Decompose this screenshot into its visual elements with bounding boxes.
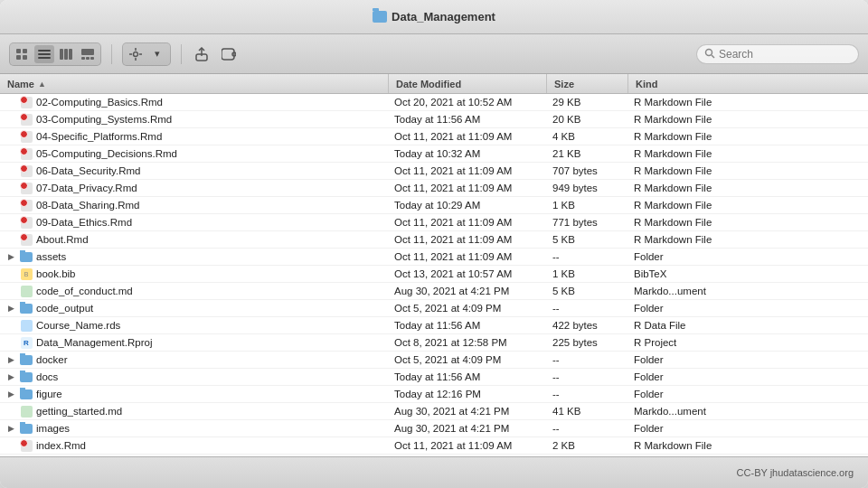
search-icon: [704, 48, 715, 61]
file-name: 09-Data_Ethics.Rmd: [36, 217, 132, 228]
status-bar: CC-BY jhudatascience.org: [0, 456, 868, 488]
cell-date: Oct 11, 2021 at 11:09 AM: [389, 183, 547, 193]
table-row[interactable]: 03-Computing_Systems.Rmd Today at 11:56 …: [0, 111, 868, 128]
cell-date: Oct 5, 2021 at 4:09 PM: [389, 354, 547, 365]
column-view-btn[interactable]: [56, 45, 76, 63]
table-row[interactable]: B book.bib Oct 13, 2021 at 10:57 AM 1 KB…: [0, 266, 868, 283]
md-icon: [20, 405, 33, 418]
table-row[interactable]: ▶ images Aug 30, 2021 at 4:21 PM -- Fold…: [0, 420, 868, 437]
table-row[interactable]: index.Rmd Oct 11, 2021 at 11:09 AM 2 KB …: [0, 437, 868, 455]
table-row[interactable]: ▶ docker Oct 5, 2021 at 4:09 PM -- Folde…: [0, 352, 868, 369]
cell-name: 09-Data_Ethics.Rmd: [0, 216, 389, 229]
svg-rect-10: [81, 49, 94, 55]
tags-btn[interactable]: [219, 45, 239, 63]
search-input[interactable]: [719, 48, 851, 61]
expand-arrow[interactable]: ▶: [5, 423, 16, 434]
cell-name: Data_Management.Rproj: [0, 336, 389, 349]
svg-rect-11: [81, 57, 85, 60]
svg-point-22: [706, 49, 712, 55]
header-kind[interactable]: Kind: [628, 74, 868, 93]
gallery-view-btn[interactable]: [78, 45, 98, 63]
svg-rect-7: [60, 49, 63, 60]
header-size[interactable]: Size: [547, 74, 628, 93]
cell-kind: Markdo...ument: [628, 406, 868, 417]
cell-date: Oct 11, 2021 at 11:09 AM: [389, 251, 547, 262]
expand-arrow[interactable]: ▶: [5, 251, 16, 262]
table-row[interactable]: 04-Specific_Platforms.Rmd Oct 11, 2021 a…: [0, 128, 868, 145]
table-row[interactable]: 07-Data_Privacy.Rmd Oct 11, 2021 at 11:0…: [0, 180, 868, 197]
cell-date: Today at 11:56 AM: [389, 371, 547, 382]
rmd-icon: [20, 164, 33, 177]
table-row[interactable]: getting_started.md Aug 30, 2021 at 4:21 …: [0, 403, 868, 420]
expand-arrow[interactable]: ▶: [5, 354, 16, 365]
folder-icon: [20, 302, 33, 314]
cell-size: 1 KB: [547, 200, 628, 211]
svg-rect-8: [64, 49, 68, 60]
file-name: code_of_conduct.md: [36, 286, 133, 296]
table-row[interactable]: 02-Computing_Basics.Rmd Oct 20, 2021 at …: [0, 94, 868, 111]
table-row[interactable]: Data_Management.Rproj Oct 8, 2021 at 12:…: [0, 334, 868, 352]
table-row[interactable]: 08-Data_Sharing.Rmd Today at 10:29 AM 1 …: [0, 197, 868, 214]
table-row[interactable]: 06-Data_Security.Rmd Oct 11, 2021 at 11:…: [0, 163, 868, 180]
cell-date: Oct 13, 2021 at 10:57 AM: [389, 268, 547, 279]
folder-icon: [20, 353, 33, 366]
cell-size: 21 KB: [547, 148, 628, 159]
table-row[interactable]: About.Rmd Oct 11, 2021 at 11:09 AM 5 KB …: [0, 231, 868, 249]
cell-kind: R Markdown File: [628, 200, 868, 211]
file-name: code_output: [36, 303, 93, 314]
header-date[interactable]: Date Modified: [389, 74, 547, 93]
cell-date: Oct 11, 2021 at 11:09 AM: [389, 131, 547, 142]
table-row[interactable]: 05-Computing_Decisions.Rmd Today at 10:3…: [0, 145, 868, 163]
file-name: figure: [36, 389, 62, 399]
header-name[interactable]: Name ▲: [0, 74, 389, 93]
expand-placeholder: [5, 165, 16, 176]
cell-kind: R Markdown File: [628, 165, 868, 176]
table-row[interactable]: 09-Data_Ethics.Rmd Oct 11, 2021 at 11:09…: [0, 214, 868, 231]
expand-arrow[interactable]: ▶: [5, 371, 16, 382]
cell-size: 707 bytes: [547, 165, 628, 176]
cell-date: Aug 30, 2021 at 4:21 PM: [389, 286, 547, 296]
svg-rect-6: [38, 57, 51, 59]
expand-arrow[interactable]: ▶: [5, 303, 16, 314]
expand-placeholder: [5, 337, 16, 348]
cell-size: 29 KB: [547, 97, 628, 108]
expand-placeholder: [5, 234, 16, 245]
cell-name: 05-Computing_Decisions.Rmd: [0, 147, 389, 160]
cell-kind: R Markdown File: [628, 114, 868, 125]
column-headers: Name ▲ Date Modified Size Kind: [0, 74, 868, 94]
table-row[interactable]: ▶ assets Oct 11, 2021 at 11:09 AM -- Fol…: [0, 249, 868, 266]
table-row[interactable]: Course_Name.rds Today at 11:56 AM 422 by…: [0, 317, 868, 334]
search-box[interactable]: [696, 44, 859, 64]
folder-icon: [20, 388, 33, 400]
share-btn[interactable]: [192, 45, 212, 63]
cell-size: --: [547, 251, 628, 262]
cell-date: Oct 11, 2021 at 11:09 AM: [389, 165, 547, 176]
file-name: getting_started.md: [36, 406, 122, 417]
list-view-btn[interactable]: [34, 45, 54, 63]
file-name: 07-Data_Privacy.Rmd: [36, 183, 137, 193]
svg-rect-0: [16, 49, 21, 53]
file-name: assets: [36, 251, 66, 262]
rmd-icon: [20, 147, 33, 160]
cell-size: 1 KB: [547, 268, 628, 279]
rds-icon: [20, 319, 33, 332]
cell-name: 02-Computing_Basics.Rmd: [0, 96, 389, 108]
settings-dropdown-btn[interactable]: ▾: [147, 45, 167, 63]
toolbar: ▾: [0, 34, 868, 74]
icon-view-btn[interactable]: [13, 45, 33, 63]
svg-rect-13: [90, 57, 94, 60]
status-text: CC-BY jhudatascience.org: [737, 467, 854, 478]
cell-name: B book.bib: [0, 267, 389, 280]
settings-btn[interactable]: [126, 45, 146, 63]
table-row[interactable]: ▶ figure Today at 12:16 PM -- Folder: [0, 386, 868, 403]
cell-name: 06-Data_Security.Rmd: [0, 164, 389, 177]
table-row[interactable]: code_of_conduct.md Aug 30, 2021 at 4:21 …: [0, 283, 868, 300]
cell-size: --: [547, 303, 628, 314]
expand-arrow[interactable]: ▶: [5, 389, 16, 399]
file-name: docs: [36, 371, 58, 382]
table-row[interactable]: ▶ code_output Oct 5, 2021 at 4:09 PM -- …: [0, 300, 868, 317]
folder-icon: [20, 250, 33, 263]
cell-name: 08-Data_Sharing.Rmd: [0, 199, 389, 211]
table-row[interactable]: ▶ docs Today at 11:56 AM -- Folder: [0, 369, 868, 386]
cell-date: Today at 11:56 AM: [389, 114, 547, 125]
